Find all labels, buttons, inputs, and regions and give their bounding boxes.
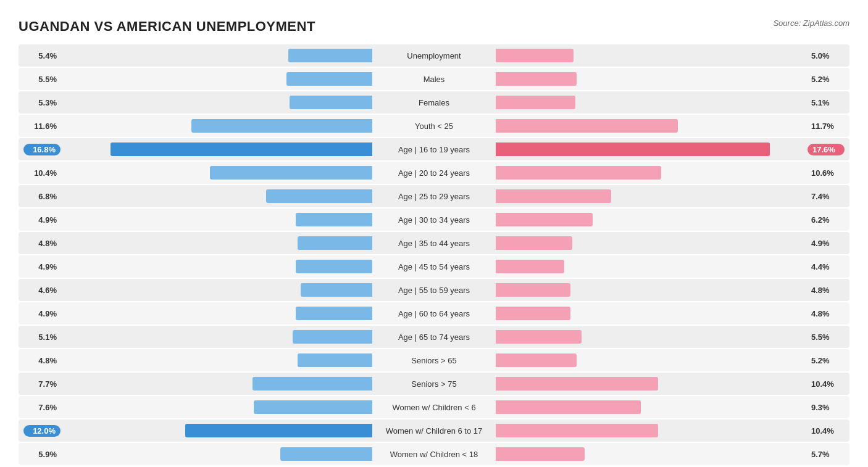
row-inner: 6.8% Age | 25 to 29 years 7.4% <box>19 185 849 207</box>
bar-right-wrap <box>496 447 807 461</box>
bar-right-wrap <box>496 213 807 226</box>
chart-row: 6.8% Age | 25 to 29 years 7.4% <box>19 185 849 207</box>
bar-left-wrap <box>61 166 372 180</box>
row-inner: 5.3% Females 5.1% <box>19 91 849 114</box>
row-label: Age | 25 to 29 years <box>372 192 496 201</box>
chart-row: 11.6% Youth < 25 11.7% <box>19 115 849 137</box>
bar-right <box>496 377 658 391</box>
chart-row: 5.4% Unemployment 5.0% <box>19 44 849 67</box>
row-inner: 7.7% Seniors > 75 10.4% <box>19 373 849 395</box>
row-label: Age | 20 to 24 years <box>372 168 496 178</box>
bar-left-wrap <box>61 377 372 391</box>
val-right: 9.3% <box>807 403 845 412</box>
row-inner: 7.6% Women w/ Children < 6 9.3% <box>19 396 849 418</box>
chart-row: 7.6% Women w/ Children < 6 9.3% <box>19 396 849 418</box>
bar-left-wrap <box>61 424 372 437</box>
bar-right <box>496 400 641 414</box>
val-left: 10.4% <box>23 168 61 178</box>
bar-right <box>496 166 661 180</box>
bar-right-wrap <box>496 166 807 180</box>
row-inner: 5.1% Age | 65 to 74 years 5.5% <box>19 326 849 348</box>
bar-right-wrap <box>496 72 807 86</box>
val-left: 6.8% <box>23 192 61 201</box>
row-inner: 4.8% Seniors > 65 5.2% <box>19 349 849 371</box>
row-inner: 12.0% Women w/ Children 6 to 17 10.4% <box>19 419 849 442</box>
val-right: 7.4% <box>807 192 845 201</box>
bar-left-wrap <box>61 283 372 297</box>
chart-title: UGANDAN VS AMERICAN UNEMPLOYMENT <box>19 19 315 35</box>
val-right: 5.1% <box>807 98 845 107</box>
bar-left <box>252 377 372 391</box>
chart-row: 5.3% Females 5.1% <box>19 91 849 114</box>
bar-left <box>191 119 372 133</box>
bar-right <box>496 72 577 86</box>
row-label: Seniors > 65 <box>372 356 496 365</box>
bar-right <box>496 260 564 273</box>
bar-right-wrap <box>496 400 807 414</box>
bar-left <box>296 307 372 320</box>
bar-right-wrap <box>496 377 807 391</box>
bar-left <box>296 213 372 226</box>
bar-right <box>496 189 611 203</box>
bar-right <box>496 119 678 133</box>
chart-row: 12.0% Women w/ Children 6 to 17 10.4% <box>19 419 849 442</box>
chart-row: 4.8% Seniors > 65 5.2% <box>19 349 849 371</box>
bar-left <box>266 189 372 203</box>
row-label: Women w/ Children < 18 <box>372 450 496 459</box>
val-left: 11.6% <box>23 122 61 131</box>
row-inner: 10.4% Age | 20 to 24 years 10.6% <box>19 162 849 184</box>
row-label: Women w/ Children 6 to 17 <box>372 426 496 436</box>
val-left: 12.0% <box>23 425 61 437</box>
val-left: 4.9% <box>23 215 61 225</box>
bar-left-wrap <box>61 49 372 62</box>
bar-right <box>496 330 582 344</box>
bar-left-wrap <box>61 143 372 156</box>
row-label: Seniors > 75 <box>372 379 496 389</box>
val-left: 4.9% <box>23 262 61 271</box>
bar-right-wrap <box>496 119 807 133</box>
bar-right-wrap <box>496 189 807 203</box>
val-left: 4.8% <box>23 356 61 365</box>
row-inner: 16.8% Age | 16 to 19 years 17.6% <box>19 138 849 160</box>
row-label: Youth < 25 <box>372 122 496 131</box>
val-right: 10.4% <box>807 426 845 436</box>
row-inner: 4.9% Age | 60 to 64 years 4.8% <box>19 302 849 324</box>
val-left: 7.7% <box>23 379 61 389</box>
bar-right-wrap <box>496 49 807 62</box>
bar-right-wrap <box>496 424 807 437</box>
bar-right <box>496 307 570 320</box>
row-inner: 5.9% Women w/ Children < 18 5.7% <box>19 443 849 465</box>
chart-row: 4.6% Age | 55 to 59 years 4.8% <box>19 279 849 301</box>
row-label: Age | 65 to 74 years <box>372 333 496 342</box>
row-label: Age | 35 to 44 years <box>372 239 496 248</box>
val-left: 5.4% <box>23 51 61 60</box>
chart-row: 5.1% Age | 65 to 74 years 5.5% <box>19 326 849 348</box>
chart-source: Source: ZipAtlas.com <box>773 19 849 28</box>
chart-row: 16.8% Age | 16 to 19 years 17.6% <box>19 138 849 160</box>
val-right: 5.2% <box>807 75 845 84</box>
val-right: 4.9% <box>807 239 845 248</box>
chart-row: 4.9% Age | 60 to 64 years 4.8% <box>19 302 849 324</box>
bar-right <box>496 353 577 367</box>
bar-right <box>496 143 770 156</box>
row-inner: 11.6% Youth < 25 11.7% <box>19 115 849 137</box>
val-left: 7.6% <box>23 403 61 412</box>
val-left: 5.9% <box>23 450 61 459</box>
bar-right <box>496 447 585 461</box>
bar-right <box>496 49 574 62</box>
row-inner: 4.8% Age | 35 to 44 years 4.9% <box>19 232 849 254</box>
row-inner: 4.9% Age | 45 to 54 years 4.4% <box>19 255 849 278</box>
bar-left-wrap <box>61 72 372 86</box>
chart-row: 4.9% Age | 30 to 34 years 6.2% <box>19 209 849 231</box>
row-label: Age | 55 to 59 years <box>372 286 496 295</box>
row-label: Age | 30 to 34 years <box>372 215 496 225</box>
bar-right-wrap <box>496 143 807 156</box>
bar-left <box>286 72 372 86</box>
val-right: 5.7% <box>807 450 845 459</box>
bar-left <box>280 447 372 461</box>
val-right: 11.7% <box>807 122 845 131</box>
bar-right-wrap <box>496 353 807 367</box>
chart-row: 5.9% Women w/ Children < 18 5.7% <box>19 443 849 465</box>
chart-header: UGANDAN VS AMERICAN UNEMPLOYMENT Source:… <box>19 19 849 35</box>
bar-left <box>293 330 372 344</box>
